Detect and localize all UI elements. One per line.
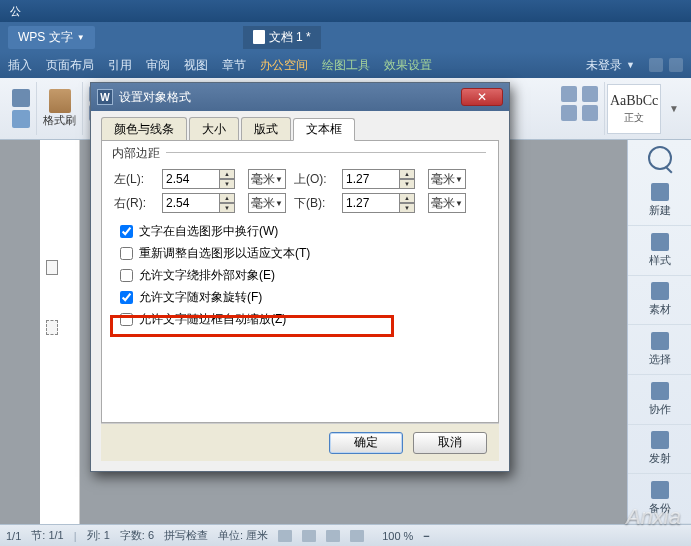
check-resize[interactable]: 重新调整自选图形以适应文本(T) xyxy=(120,245,486,262)
border-icon[interactable] xyxy=(582,86,598,102)
status-section[interactable]: 节: 1/1 xyxy=(31,528,63,543)
side-select-label: 选择 xyxy=(649,352,671,367)
copy-icon[interactable] xyxy=(12,110,30,128)
style-sample: AaBbCc xyxy=(610,93,658,109)
side-material[interactable]: 素材 xyxy=(628,276,691,326)
check-autoscale[interactable]: 允许文字随边框自动缩放(Z) xyxy=(120,311,486,328)
spin-down-icon[interactable]: ▼ xyxy=(400,203,415,213)
status-chars[interactable]: 字数: 6 xyxy=(120,528,154,543)
tool3-icon[interactable] xyxy=(582,105,598,121)
check-rotate[interactable]: 允许文字随对象旋转(F) xyxy=(120,289,486,306)
check-wrap[interactable]: 文字在自选图形中换行(W) xyxy=(120,223,486,240)
tool-icon[interactable] xyxy=(561,86,577,102)
check-resize-box[interactable] xyxy=(120,247,133,260)
bottom-unit[interactable]: 毫米▼ xyxy=(428,193,466,213)
close-button[interactable]: ✕ xyxy=(461,88,503,106)
login-button[interactable]: 未登录 ▼ xyxy=(586,57,635,74)
bottom-spinner[interactable]: ▲▼ xyxy=(342,193,422,213)
side-send[interactable]: 发射 xyxy=(628,425,691,475)
chevron-down-icon: ▼ xyxy=(626,60,635,70)
side-material-label: 素材 xyxy=(649,302,671,317)
top-spinner[interactable]: ▲▼ xyxy=(342,169,422,189)
tab-insert[interactable]: 插入 xyxy=(8,57,32,74)
minimize-icon[interactable] xyxy=(649,58,663,72)
status-page[interactable]: 1/1 xyxy=(6,530,21,542)
tab-view[interactable]: 视图 xyxy=(184,57,208,74)
spin-up-icon[interactable]: ▲ xyxy=(220,193,235,203)
chevron-down-icon: ▼ xyxy=(455,199,463,208)
app-w-icon: W xyxy=(97,89,113,105)
chevron-down-icon: ▼ xyxy=(275,175,283,184)
status-col[interactable]: 列: 1 xyxy=(87,528,110,543)
spin-up-icon[interactable]: ▲ xyxy=(400,193,415,203)
object-format-dialog: W 设置对象格式 ✕ 颜色与线条 大小 版式 文本框 内部边距 左(L): ▲▼… xyxy=(90,82,510,472)
left-spinner[interactable]: ▲▼ xyxy=(162,169,242,189)
bottom-input[interactable] xyxy=(342,193,400,213)
left-input[interactable] xyxy=(162,169,220,189)
check-wrap-ext[interactable]: 允许文字绕排外部对象(E) xyxy=(120,267,486,284)
spin-up-icon[interactable]: ▲ xyxy=(220,169,235,179)
right-spinner[interactable]: ▲▼ xyxy=(162,193,242,213)
view-read-icon[interactable] xyxy=(350,530,364,542)
status-unit[interactable]: 单位: 厘米 xyxy=(218,528,268,543)
bottom-label: 下(B): xyxy=(294,195,336,212)
left-label: 左(L): xyxy=(114,171,156,188)
zoom-value[interactable]: 100 % xyxy=(382,530,413,542)
style-preview[interactable]: AaBbCc 正文 xyxy=(607,84,661,134)
spin-down-icon[interactable]: ▼ xyxy=(220,179,235,189)
cut-icon[interactable] xyxy=(12,89,30,107)
tab-office-space[interactable]: 办公空间 xyxy=(260,57,308,74)
style-more-icon[interactable]: ▼ xyxy=(669,103,679,114)
side-collab-label: 协作 xyxy=(649,402,671,417)
tab-size[interactable]: 大小 xyxy=(189,117,239,140)
check-wrap-box[interactable] xyxy=(120,225,133,238)
document-tab[interactable]: 文档 1 * xyxy=(243,26,321,49)
check-rotate-box[interactable] xyxy=(120,291,133,304)
check-autoscale-box[interactable] xyxy=(120,313,133,326)
side-collab[interactable]: 协作 xyxy=(628,375,691,425)
left-unit[interactable]: 毫米▼ xyxy=(248,169,286,189)
tab-layout[interactable]: 版式 xyxy=(241,117,291,140)
view-print-icon[interactable] xyxy=(278,530,292,542)
right-input[interactable] xyxy=(162,193,220,213)
side-backup[interactable]: 备份 xyxy=(628,474,691,524)
tab-effects[interactable]: 效果设置 xyxy=(384,57,432,74)
top-input[interactable] xyxy=(342,169,400,189)
tab-page-layout[interactable]: 页面布局 xyxy=(46,57,94,74)
top-unit[interactable]: 毫米▼ xyxy=(428,169,466,189)
side-style[interactable]: 样式 xyxy=(628,226,691,276)
tab-drawing-tools[interactable]: 绘图工具 xyxy=(322,57,370,74)
app-menu-label: WPS 文字 xyxy=(18,29,73,46)
side-new[interactable]: 新建 xyxy=(628,176,691,226)
status-spell[interactable]: 拼写检查 xyxy=(164,528,208,543)
ok-button[interactable]: 确定 xyxy=(329,432,403,454)
page-thumb-icon[interactable] xyxy=(46,260,58,275)
zoom-out-icon[interactable]: − xyxy=(423,530,429,542)
dialog-titlebar[interactable]: W 设置对象格式 ✕ xyxy=(91,83,509,111)
chevron-down-icon: ▼ xyxy=(275,199,283,208)
tab-review[interactable]: 审阅 xyxy=(146,57,170,74)
view-outline-icon[interactable] xyxy=(326,530,340,542)
spin-down-icon[interactable]: ▼ xyxy=(400,179,415,189)
format-brush-group[interactable]: 格式刷 xyxy=(37,82,83,135)
page-thumb2-icon[interactable] xyxy=(46,320,58,335)
os-titlebar: 公 xyxy=(0,0,691,22)
tool2-icon[interactable] xyxy=(561,105,577,121)
check-wrap-ext-box[interactable] xyxy=(120,269,133,282)
search-icon xyxy=(648,146,672,170)
misc-tools xyxy=(555,82,605,135)
right-unit[interactable]: 毫米▼ xyxy=(248,193,286,213)
side-select[interactable]: 选择 xyxy=(628,325,691,375)
cancel-button[interactable]: 取消 xyxy=(413,432,487,454)
app-menu-button[interactable]: WPS 文字 ▼ xyxy=(8,26,95,49)
tab-color-lines[interactable]: 颜色与线条 xyxy=(101,117,187,140)
view-web-icon[interactable] xyxy=(302,530,316,542)
chevron-down-icon: ▼ xyxy=(455,175,463,184)
help-icon[interactable] xyxy=(669,58,683,72)
tab-textbox[interactable]: 文本框 xyxy=(293,118,355,141)
side-search[interactable] xyxy=(628,140,691,176)
spin-down-icon[interactable]: ▼ xyxy=(220,203,235,213)
tab-references[interactable]: 引用 xyxy=(108,57,132,74)
tab-chapter[interactable]: 章节 xyxy=(222,57,246,74)
spin-up-icon[interactable]: ▲ xyxy=(400,169,415,179)
